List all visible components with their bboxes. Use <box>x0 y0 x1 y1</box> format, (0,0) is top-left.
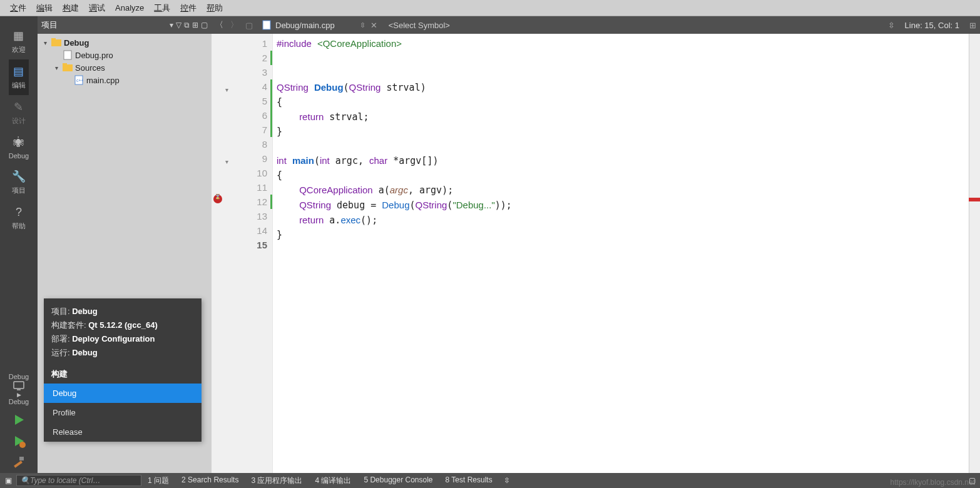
output-tab-3[interactable]: 3 应用程序输出 <box>245 475 309 486</box>
editor-tab[interactable]: Debug/main.cpp ⇳ ✕ <box>257 16 382 34</box>
cpp-file-icon <box>262 20 272 30</box>
toggle-sidebar-icon[interactable]: ▣ <box>0 476 16 485</box>
activity-帮助[interactable]: ?帮助 <box>9 200 29 236</box>
activity-项目[interactable]: 🔧项目 <box>9 165 29 200</box>
symbol-placeholder: <Select Symbol> <box>389 21 450 30</box>
tree-pro-file[interactable]: Debug.pro <box>38 49 212 61</box>
svg-text:c++: c++ <box>76 78 83 83</box>
popup-section-header: 构建 <box>44 365 202 384</box>
tree-label: Debug <box>64 38 89 48</box>
editor-toolbar: 〈 〉 ▢ Debug/main.cpp ⇳ ✕ <Select Symbol>… <box>212 16 980 34</box>
svg-rect-14 <box>263 21 270 29</box>
output-tab-2[interactable]: 2 Search Results <box>175 475 245 486</box>
tree-label: Debug.pro <box>75 51 113 60</box>
pencil-icon: ✎ <box>12 100 26 114</box>
build-option-release[interactable]: Release <box>44 422 202 442</box>
output-tab-8[interactable]: 8 Test Results <box>439 475 499 486</box>
popup-info: 项目: Debug 构建套件: Qt 5.12.2 (gcc_64) 部署: D… <box>44 298 202 365</box>
updown-icon[interactable]: ⇳ <box>884 21 899 30</box>
updown-icon[interactable]: ⇳ <box>499 476 515 485</box>
monitor-icon <box>12 380 26 392</box>
output-tab-4[interactable]: 4 编译输出 <box>309 475 357 486</box>
nav-kit-icon[interactable]: ▢ <box>242 21 257 30</box>
tree-project-root[interactable]: ▾ Debug <box>38 36 212 49</box>
tab-filename: Debug/main.cpp <box>275 21 335 30</box>
build-option-profile[interactable]: Profile <box>44 403 202 422</box>
build-config-popup: 项目: Debug 构建套件: Qt 5.12.2 (gcc_64) 部署: D… <box>44 298 202 442</box>
breakpoint-marker[interactable] <box>213 195 222 203</box>
grid-icon: ▦ <box>12 29 26 43</box>
tree-label: Sources <box>75 63 105 73</box>
chevron-down-icon: ▾ <box>53 64 60 71</box>
editor-scrollbar[interactable] <box>969 34 980 473</box>
sidepanel-title: 项目 <box>41 19 58 31</box>
hammer-icon <box>12 455 26 469</box>
panel-close-icon[interactable]: ▢ <box>201 21 208 29</box>
close-icon[interactable]: ✕ <box>370 21 377 30</box>
line-number-gutter[interactable]: 1234▾56789▾101112131415 <box>224 34 273 473</box>
debug-run-button[interactable] <box>0 430 38 452</box>
breakpoint-column[interactable] <box>212 34 224 473</box>
tree-label: main.cpp <box>86 76 120 85</box>
split-add-icon[interactable]: ⊞ <box>192 21 198 29</box>
activity-bar: ▦欢迎▤编辑✎设计🕷Debug🔧项目?帮助 Debug ▶ Debug <box>0 16 38 473</box>
svg-rect-11 <box>63 63 67 66</box>
scroll-marker <box>969 198 980 201</box>
output-tab-5[interactable]: 5 Debugger Console <box>357 475 439 486</box>
symbol-selector[interactable]: <Select Symbol> <box>382 21 884 30</box>
svg-rect-5 <box>14 460 23 467</box>
target-selector-top[interactable]: Debug ▶ Debug <box>0 369 38 409</box>
activity-欢迎[interactable]: ▦欢迎 <box>9 24 29 59</box>
menu-E[interactable]: 编辑 <box>31 3 58 14</box>
search-icon: 🔍 <box>21 476 30 485</box>
split-add-icon[interactable]: ⊞ <box>966 21 980 30</box>
nav-forward-icon[interactable]: 〉 <box>227 19 242 31</box>
build-button[interactable] <box>0 452 38 473</box>
build-option-debug[interactable]: Debug <box>44 384 202 403</box>
kit-label-bottom: Debug <box>9 398 29 405</box>
svg-rect-0 <box>14 382 24 389</box>
svg-marker-2 <box>15 415 24 425</box>
filter-icon[interactable]: ▽ <box>176 21 181 29</box>
menu-T[interactable]: 工具 <box>149 3 175 14</box>
activity-设计[interactable]: ✎设计 <box>9 95 29 131</box>
svg-rect-6 <box>19 457 24 460</box>
locator-input[interactable]: 🔍 Type to locate (Ctrl… <box>16 475 141 486</box>
locator-placeholder: Type to locate (Ctrl… <box>30 476 100 485</box>
edit-icon: ▤ <box>12 64 26 78</box>
watermark: https://lkyof.blog.csdn.net <box>891 478 975 487</box>
dropdown-icon[interactable]: ▾ <box>170 21 173 29</box>
menu-D[interactable]: 调试 <box>84 3 110 14</box>
bug-icon: 🕷 <box>12 136 26 150</box>
chevron-down-icon: ▾ <box>41 39 49 46</box>
output-tab-1[interactable]: 1 问题 <box>141 475 175 486</box>
play-icon <box>12 413 26 427</box>
run-button[interactable] <box>0 409 38 430</box>
updown-icon[interactable]: ⇳ <box>360 21 365 29</box>
sidepanel-header: 项目 ▾ ▽ ⧉ ⊞ ▢ <box>38 16 212 34</box>
activity-Debug[interactable]: 🕷Debug <box>9 131 29 165</box>
tree-main-cpp[interactable]: c++ main.cpp <box>38 74 212 86</box>
svg-point-4 <box>19 442 26 448</box>
wrench-icon: 🔧 <box>12 170 26 183</box>
menu-F[interactable]: 文件 <box>5 3 31 14</box>
link-icon[interactable]: ⧉ <box>184 21 190 29</box>
tree-sources-folder[interactable]: ▾ Sources <box>38 61 212 74</box>
menu-H[interactable]: 帮助 <box>202 3 228 14</box>
folder-icon <box>51 38 61 48</box>
folder-icon <box>63 63 73 73</box>
file-icon <box>63 50 73 60</box>
menu-W[interactable]: 控件 <box>175 3 202 14</box>
cpp-file-icon: c++ <box>74 75 84 85</box>
editor-region: 〈 〉 ▢ Debug/main.cpp ⇳ ✕ <Select Symbol>… <box>212 16 980 473</box>
activity-编辑[interactable]: ▤编辑 <box>9 59 29 95</box>
code-editor[interactable]: #include <QCoreApplication> QString Debu… <box>273 34 969 473</box>
svg-rect-8 <box>51 38 56 41</box>
status-bar: ▣ 🔍 Type to locate (Ctrl… 1 问题2 Search R… <box>0 473 980 488</box>
nav-back-icon[interactable]: 〈 <box>212 19 227 31</box>
kit-label-top: Debug <box>9 373 29 380</box>
menu-B[interactable]: 构建 <box>58 3 84 14</box>
play-debug-icon <box>12 434 26 448</box>
line-col-indicator[interactable]: Line: 15, Col: 1 <box>899 21 966 30</box>
menu-Analyze[interactable]: Analyze <box>110 3 149 13</box>
